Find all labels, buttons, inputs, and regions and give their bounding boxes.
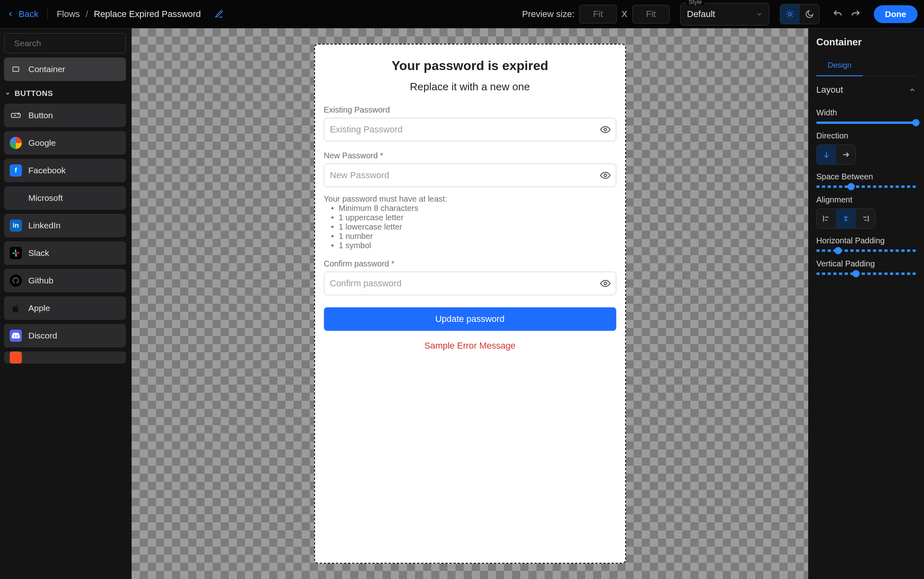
direction-column-button[interactable]: [817, 145, 836, 164]
component-label: Github: [28, 276, 53, 285]
search-box[interactable]: [4, 33, 126, 53]
requirement-item: Minimum 8 characters: [331, 204, 616, 213]
page-subtitle: Replace it with a new one: [324, 81, 616, 93]
component-slack[interactable]: Slack: [4, 241, 126, 265]
divider: [47, 8, 48, 20]
eye-icon[interactable]: [600, 278, 611, 289]
confirm-password-label: Confirm password *: [324, 259, 616, 268]
artboard-container[interactable]: Your password is expired Replace it with…: [314, 44, 626, 564]
redo-button[interactable]: [850, 9, 861, 19]
section-layout[interactable]: Layout: [816, 85, 916, 95]
redo-icon: [850, 9, 861, 19]
microsoft-icon: [10, 192, 22, 204]
component-microsoft[interactable]: Microsoft: [4, 186, 126, 210]
svg-rect-2: [13, 67, 19, 72]
password-requirements: Your password must have at least: Minimu…: [324, 194, 616, 250]
preview-height-input[interactable]: [632, 5, 670, 23]
slack-icon: [10, 247, 22, 259]
component-apple[interactable]: Apple: [4, 296, 126, 320]
new-password-label: New Password *: [324, 151, 616, 160]
align-center-icon: [841, 214, 850, 223]
slider-thumb[interactable]: [847, 183, 855, 190]
align-start-button[interactable]: [817, 209, 836, 228]
new-password-input[interactable]: [324, 164, 616, 187]
button-icon: [10, 109, 22, 121]
main: Container BUTTONS Button Google f Facebo…: [0, 28, 924, 579]
chevron-down-icon: [756, 11, 762, 17]
discord-icon: [10, 330, 22, 342]
inspector-sidebar: Container Design Layout Width Direction …: [808, 28, 924, 579]
arrow-right-icon: [842, 151, 850, 159]
arrow-down-icon: [822, 151, 830, 159]
requirement-item: 1 number: [331, 232, 616, 241]
align-center-button[interactable]: [836, 209, 856, 228]
direction-row-button[interactable]: [836, 145, 856, 164]
back-button[interactable]: Back: [6, 9, 38, 19]
light-mode-button[interactable]: [780, 4, 800, 24]
edit-icon[interactable]: [215, 10, 224, 19]
requirements-header: Your password must have at least:: [324, 194, 616, 204]
tab-design[interactable]: Design: [816, 55, 863, 76]
prop-direction-label: Direction: [816, 131, 916, 140]
new-password-field: [324, 164, 616, 187]
page-title: Your password is expired: [324, 58, 616, 73]
component-discord[interactable]: Discord: [4, 324, 126, 347]
component-facebook[interactable]: f Facebook: [4, 159, 126, 182]
align-end-button[interactable]: [856, 209, 875, 228]
prop-alignment-label: Alignment: [816, 195, 916, 204]
requirement-item: 1 symbol: [331, 241, 616, 250]
linkedin-icon: in: [10, 219, 22, 232]
facebook-icon: f: [10, 164, 22, 177]
crumb-separator: /: [86, 9, 88, 19]
component-google[interactable]: Google: [4, 131, 126, 155]
chevron-up-icon: [909, 86, 916, 94]
eye-icon[interactable]: [600, 124, 611, 135]
done-button[interactable]: Done: [874, 5, 918, 23]
component-label: Facebook: [28, 166, 66, 175]
existing-password-input[interactable]: [324, 118, 616, 141]
space-between-slider[interactable]: [816, 185, 916, 188]
back-label: Back: [19, 9, 38, 19]
prop-h-padding-label: Horizontal Padding: [816, 236, 916, 245]
horizontal-padding-slider[interactable]: [816, 249, 916, 252]
dark-mode-button[interactable]: [800, 4, 819, 24]
slider-thumb[interactable]: [852, 270, 860, 277]
component-label: Button: [28, 111, 53, 120]
vertical-padding-slider[interactable]: [816, 272, 916, 275]
breadcrumb: Flows / Replace Expired Password: [57, 9, 201, 19]
container-icon: [10, 63, 22, 75]
component-button[interactable]: Button: [4, 104, 126, 127]
undo-button[interactable]: [832, 9, 843, 19]
component-extra[interactable]: [4, 351, 126, 364]
google-icon: [10, 137, 22, 149]
chevron-down-icon: [5, 91, 11, 96]
preview-size-group: Preview size: X: [522, 5, 669, 23]
size-x: X: [622, 9, 628, 19]
eye-icon[interactable]: [600, 170, 611, 181]
slider-thumb[interactable]: [835, 247, 842, 254]
align-start-icon: [822, 214, 831, 223]
component-linkedin[interactable]: in LinkedIn: [4, 214, 126, 237]
arrow-left-icon: [6, 10, 15, 18]
section-buttons[interactable]: BUTTONS: [5, 89, 125, 98]
search-input[interactable]: [14, 38, 120, 48]
width-slider[interactable]: [816, 121, 916, 124]
topbar: Back Flows / Replace Expired Password Pr…: [0, 0, 924, 28]
style-value: Default: [687, 9, 715, 19]
inspector-title: Container: [816, 36, 916, 48]
history-controls: [832, 9, 861, 19]
crumb-root[interactable]: Flows: [57, 9, 80, 19]
component-github[interactable]: Github: [4, 269, 126, 292]
update-password-button[interactable]: Update password: [324, 307, 616, 331]
svg-point-9: [604, 174, 607, 177]
sun-icon: [786, 10, 794, 19]
canvas[interactable]: Your password is expired Replace it with…: [132, 28, 808, 579]
direction-toggle: [816, 145, 856, 165]
preview-width-input[interactable]: [579, 5, 617, 23]
preview-size-label: Preview size:: [522, 9, 575, 19]
svg-rect-6: [15, 253, 17, 257]
slider-thumb[interactable]: [912, 119, 920, 126]
confirm-password-input[interactable]: [324, 272, 616, 295]
component-container[interactable]: Container: [4, 57, 126, 81]
style-select[interactable]: Style Default: [680, 3, 769, 26]
